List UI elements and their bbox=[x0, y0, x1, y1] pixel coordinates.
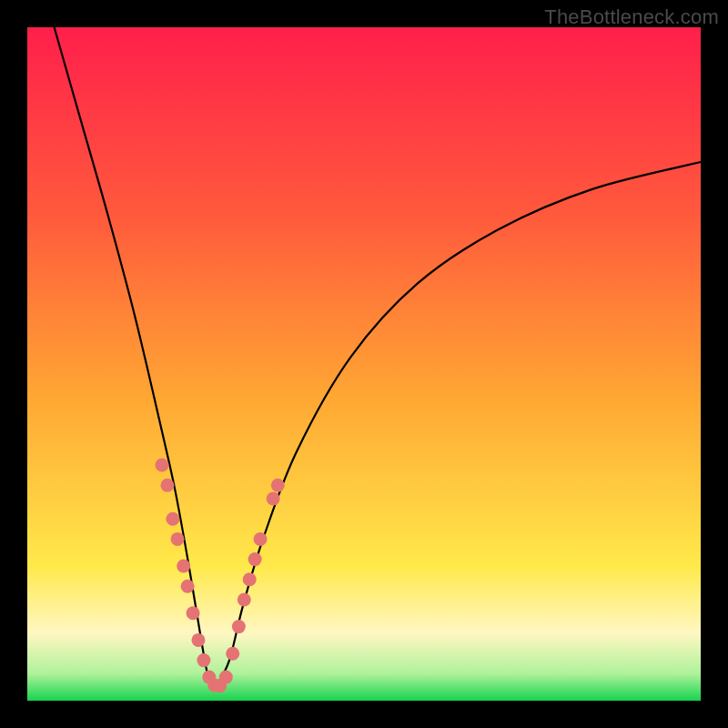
sample-dot bbox=[156, 459, 169, 472]
sample-dot bbox=[267, 492, 280, 506]
sample-dot bbox=[171, 532, 185, 546]
sample-dot bbox=[243, 572, 257, 586]
sample-dot bbox=[238, 593, 251, 607]
curve-layer bbox=[27, 27, 701, 701]
sample-dot bbox=[160, 479, 174, 492]
sample-dot bbox=[181, 580, 195, 593]
sample-dot bbox=[271, 479, 285, 492]
sample-dot bbox=[187, 606, 200, 620]
sample-dot bbox=[248, 552, 262, 566]
curve-right bbox=[216, 162, 701, 687]
sample-dot bbox=[226, 647, 239, 661]
sample-dot bbox=[197, 653, 210, 667]
sample-dot bbox=[254, 532, 268, 546]
sample-dots bbox=[156, 459, 285, 693]
sample-dot bbox=[219, 671, 233, 684]
watermark-text: TheBottleneck.com bbox=[544, 5, 719, 29]
sample-dot bbox=[177, 560, 190, 573]
chart-frame: TheBottleneck.com bbox=[0, 0, 728, 728]
sample-dot bbox=[232, 620, 246, 633]
sample-dot bbox=[166, 512, 179, 526]
plot-area bbox=[27, 27, 701, 701]
sample-dot bbox=[191, 633, 205, 647]
